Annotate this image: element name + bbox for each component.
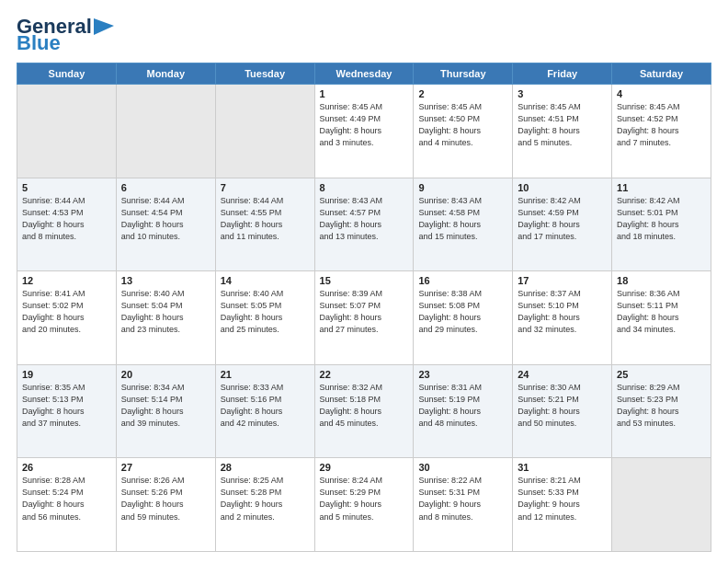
calendar-cell: 27Sunrise: 8:26 AMSunset: 5:26 PMDayligh… [116,458,215,552]
cell-detail: and 42 minutes. [221,418,310,430]
cell-detail: Sunset: 4:50 PM [418,113,507,125]
cell-detail: Daylight: 8 hours [320,219,409,231]
cell-detail: and 39 minutes. [121,418,210,430]
cell-detail: Sunrise: 8:43 AM [320,195,409,207]
cell-detail: Sunrise: 8:22 AM [418,475,507,487]
cell-detail: Daylight: 8 hours [121,219,210,231]
cell-detail: Sunrise: 8:42 AM [617,195,706,207]
cell-detail: and 50 minutes. [518,418,607,430]
calendar-cell: 15Sunrise: 8:39 AMSunset: 5:07 PMDayligh… [314,271,414,365]
weekday-header: Wednesday [314,63,414,85]
cell-detail: Daylight: 8 hours [418,406,507,418]
cell-detail: Daylight: 8 hours [22,312,111,324]
calendar-cell: 28Sunrise: 8:25 AMSunset: 5:28 PMDayligh… [215,458,314,552]
cell-detail: and 2 minutes. [221,511,310,523]
day-number: 2 [418,88,507,99]
cell-detail: Daylight: 8 hours [320,125,409,137]
calendar-cell: 13Sunrise: 8:40 AMSunset: 5:04 PMDayligh… [116,271,215,365]
day-number: 16 [418,275,507,286]
day-number: 31 [518,462,607,473]
cell-detail: Sunrise: 8:40 AM [221,288,310,300]
day-number: 25 [617,369,706,380]
cell-detail: Daylight: 8 hours [320,406,409,418]
calendar-cell: 1Sunrise: 8:45 AMSunset: 4:49 PMDaylight… [314,85,414,178]
calendar-cell: 17Sunrise: 8:37 AMSunset: 5:10 PMDayligh… [513,271,612,365]
cell-detail: Sunrise: 8:32 AM [320,382,409,394]
calendar-cell [215,85,314,178]
calendar-cell: 23Sunrise: 8:31 AMSunset: 5:19 PMDayligh… [414,364,513,458]
cell-detail: and 12 minutes. [518,511,607,523]
cell-detail: Sunset: 5:28 PM [221,487,310,499]
calendar-cell: 4Sunrise: 8:45 AMSunset: 4:52 PMDaylight… [612,85,711,178]
cell-detail: Sunset: 5:16 PM [221,394,310,406]
cell-detail: Sunset: 5:31 PM [418,487,507,499]
calendar-cell: 29Sunrise: 8:24 AMSunset: 5:29 PMDayligh… [314,458,414,552]
cell-detail: and 3 minutes. [320,137,409,149]
day-number: 18 [617,275,706,286]
cell-detail: Sunrise: 8:31 AM [418,382,507,394]
cell-detail: Sunrise: 8:40 AM [121,288,210,300]
cell-detail: Daylight: 8 hours [221,312,310,324]
cell-detail: Daylight: 8 hours [121,312,210,324]
cell-detail: and 23 minutes. [121,324,210,336]
cell-detail: and 8 minutes. [22,231,111,243]
calendar-week-row: 26Sunrise: 8:28 AMSunset: 5:24 PMDayligh… [17,458,711,552]
cell-detail: Daylight: 8 hours [22,499,111,511]
cell-detail: Sunset: 5:05 PM [221,300,310,312]
cell-detail: Sunrise: 8:37 AM [518,288,607,300]
day-number: 9 [418,182,507,193]
day-number: 1 [320,88,409,99]
cell-detail: Daylight: 8 hours [121,499,210,511]
cell-detail: Sunset: 5:01 PM [617,207,706,219]
cell-detail: and 13 minutes. [320,231,409,243]
cell-detail: Sunset: 5:02 PM [22,300,111,312]
cell-detail: Sunset: 5:10 PM [518,300,607,312]
cell-detail: Sunset: 4:53 PM [22,207,111,219]
cell-detail: Sunrise: 8:45 AM [518,101,607,113]
day-number: 17 [518,275,607,286]
calendar-cell: 31Sunrise: 8:21 AMSunset: 5:33 PMDayligh… [513,458,612,552]
calendar-cell: 19Sunrise: 8:35 AMSunset: 5:13 PMDayligh… [17,364,117,458]
calendar-cell: 5Sunrise: 8:44 AMSunset: 4:53 PMDaylight… [17,178,117,271]
cell-detail: Daylight: 8 hours [418,125,507,137]
cell-detail: Sunrise: 8:34 AM [121,382,210,394]
cell-detail: Daylight: 8 hours [418,219,507,231]
day-number: 30 [418,462,507,473]
logo: General Blue [17,17,114,53]
calendar-cell: 24Sunrise: 8:30 AMSunset: 5:21 PMDayligh… [513,364,612,458]
cell-detail: Sunrise: 8:45 AM [418,101,507,113]
cell-detail: Sunset: 4:52 PM [617,113,706,125]
logo-arrow-icon [94,18,114,35]
calendar-cell: 9Sunrise: 8:43 AMSunset: 4:58 PMDaylight… [414,178,513,271]
cell-detail: Daylight: 8 hours [617,219,706,231]
calendar-cell: 10Sunrise: 8:42 AMSunset: 4:59 PMDayligh… [513,178,612,271]
cell-detail: Sunset: 4:51 PM [518,113,607,125]
day-number: 26 [22,462,111,473]
day-number: 28 [221,462,310,473]
calendar-cell: 3Sunrise: 8:45 AMSunset: 4:51 PMDaylight… [513,85,612,178]
cell-detail: Daylight: 8 hours [617,406,706,418]
day-number: 6 [121,182,210,193]
day-number: 5 [22,182,111,193]
logo-blue: Blue [17,33,61,53]
cell-detail: Daylight: 9 hours [518,499,607,511]
cell-detail: and 11 minutes. [221,231,310,243]
cell-detail: and 8 minutes. [418,511,507,523]
calendar-body: 1Sunrise: 8:45 AMSunset: 4:49 PMDaylight… [17,85,711,552]
day-number: 20 [121,369,210,380]
cell-detail: Sunset: 5:14 PM [121,394,210,406]
svg-marker-0 [94,18,114,35]
calendar-cell [17,85,117,178]
cell-detail: Sunset: 4:54 PM [121,207,210,219]
calendar-cell: 21Sunrise: 8:33 AMSunset: 5:16 PMDayligh… [215,364,314,458]
day-number: 24 [518,369,607,380]
cell-detail: Sunset: 4:49 PM [320,113,409,125]
cell-detail: Sunrise: 8:28 AM [22,475,111,487]
calendar-header-row: SundayMondayTuesdayWednesdayThursdayFrid… [17,63,711,85]
cell-detail: Sunrise: 8:42 AM [518,195,607,207]
cell-detail: and 5 minutes. [320,511,409,523]
cell-detail: and 27 minutes. [320,324,409,336]
day-number: 8 [320,182,409,193]
calendar-cell: 30Sunrise: 8:22 AMSunset: 5:31 PMDayligh… [414,458,513,552]
cell-detail: and 18 minutes. [617,231,706,243]
